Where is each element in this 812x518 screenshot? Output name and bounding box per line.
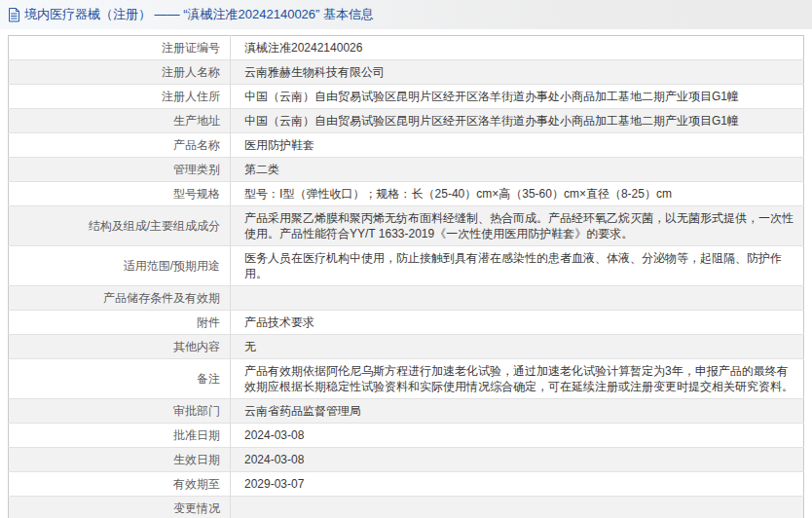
row-label-text: 产品名称 [173, 138, 220, 152]
row-value-text: 云南雅赫生物科技有限公司 [244, 65, 385, 79]
row-label-text: 变更情况 [173, 501, 220, 515]
row-label-text: 批准日期 [173, 428, 220, 442]
row-value: 2029-03-07 [231, 472, 804, 497]
row-value-text: 滇械注准20242140026 [244, 41, 362, 55]
table-row: 生产地址中国（云南）自由贸易试验区昆明片区经开区洛羊街道办事处小商品加工基地二期… [9, 109, 804, 133]
row-label: 注册证编号 [9, 36, 231, 60]
row-label: 审批部门 [9, 399, 231, 424]
row-value-text: 医用防护鞋套 [244, 138, 314, 152]
table-row: 变更情况 [9, 497, 804, 518]
table-row: 有效期至2029-03-07 [9, 472, 804, 497]
row-value-text: 2029-03-07 [244, 477, 304, 491]
row-value: 2024-03-08 [231, 424, 804, 448]
row-label: 变更情况 [9, 497, 231, 518]
row-label: 其他内容 [9, 335, 231, 359]
row-label-text: 注册证编号 [162, 41, 220, 55]
table-row: 结构及组成/主要组成成分产品采用聚乙烯膜和聚丙烯无纺布面料经缝制、热合而成。产品… [9, 206, 804, 246]
row-label-text: 注册人名称 [162, 65, 220, 79]
row-label-text: 注册人住所 [162, 90, 220, 103]
row-label-text: 产品储存条件及有效期 [103, 291, 220, 305]
row-value-text: 第二类 [244, 163, 279, 176]
page: 境内医疗器械（注册） —— “滇械注准20242140026” 基本信息 注册证… [0, 0, 812, 518]
table-row: 管理类别第二类 [9, 158, 804, 182]
row-label: 注册人住所 [9, 85, 231, 109]
table-row: 审批部门云南省药品监督管理局 [9, 399, 804, 424]
row-label: 备注 [9, 359, 231, 399]
row-label-text: 适用范围/预期用途 [124, 259, 220, 273]
row-value: 云南省药品监督管理局 [231, 399, 804, 424]
table-row: 生效日期2024-03-08 [9, 448, 804, 472]
table-row: 批准日期2024-03-08 [9, 424, 804, 448]
row-label: 批准日期 [9, 424, 231, 448]
row-label: 型号规格 [9, 182, 231, 206]
row-label: 管理类别 [9, 158, 231, 182]
row-value: 产品采用聚乙烯膜和聚丙烯无纺布面料经缝制、热合而成。产品经环氧乙烷灭菌，以无菌形… [231, 206, 804, 246]
table-row: 其他内容无 [9, 335, 804, 359]
row-value: 滇械注准20242140026 [231, 36, 804, 60]
row-value: 产品有效期依据阿伦尼乌斯方程进行加速老化试验，通过加速老化试验计算暂定为3年，申… [231, 359, 804, 399]
row-value-text: 医务人员在医疗机构中使用，防止接触到具有潜在感染性的患者血液、体液、分泌物等，起… [244, 251, 782, 280]
row-value-text: 中国（云南）自由贸易试验区昆明片区经开区洛羊街道办事处小商品加工基地二期产业项目… [244, 114, 739, 128]
row-label-text: 其他内容 [173, 340, 220, 353]
row-label-text: 审批部门 [173, 404, 220, 418]
row-label: 结构及组成/主要组成成分 [9, 206, 231, 246]
row-label: 产品名称 [9, 133, 231, 158]
registration-table-body: 注册证编号滇械注准20242140026注册人名称云南雅赫生物科技有限公司注册人… [9, 36, 804, 518]
row-label: 产品储存条件及有效期 [9, 286, 231, 311]
table-row: 注册人名称云南雅赫生物科技有限公司 [9, 60, 804, 85]
page-title: 境内医疗器械（注册） —— “滇械注准20242140026” 基本信息 [24, 6, 374, 23]
row-label: 注册人名称 [9, 60, 231, 85]
table-row: 产品储存条件及有效期 [9, 286, 804, 311]
row-value: 2024-03-08 [231, 448, 804, 472]
row-value: 无 [231, 335, 804, 359]
row-value-text: 型号：Ⅰ型（弹性收口）；规格：长（25-40）cm×高（35-60）cm×直径（… [244, 187, 672, 201]
row-value [231, 497, 804, 518]
row-label-text: 有效期至 [173, 477, 220, 491]
row-value: 医务人员在医疗机构中使用，防止接触到具有潜在感染性的患者血液、体液、分泌物等，起… [231, 246, 804, 286]
table-row: 备注产品有效期依据阿伦尼乌斯方程进行加速老化试验，通过加速老化试验计算暂定为3年… [9, 359, 804, 399]
row-label-text: 生产地址 [173, 114, 220, 128]
row-value-text: 产品技术要求 [244, 315, 314, 329]
table-row: 附件产品技术要求 [9, 311, 804, 335]
row-label-text: 结构及组成/主要组成成分 [89, 219, 220, 233]
row-value-text: 2024-03-08 [244, 428, 304, 442]
row-label-text: 备注 [197, 372, 220, 386]
row-label-text: 型号规格 [173, 187, 220, 201]
row-label: 有效期至 [9, 472, 231, 497]
row-value: 第二类 [231, 158, 804, 182]
row-value: 中国（云南）自由贸易试验区昆明片区经开区洛羊街道办事处小商品加工基地二期产业项目… [231, 109, 804, 133]
row-value: 医用防护鞋套 [231, 133, 804, 158]
row-value-text: 中国（云南）自由贸易试验区昆明片区经开区洛羊街道办事处小商品加工基地二期产业项目… [244, 90, 739, 103]
table-row: 适用范围/预期用途医务人员在医疗机构中使用，防止接触到具有潜在感染性的患者血液、… [9, 246, 804, 286]
table-row: 注册人住所中国（云南）自由贸易试验区昆明片区经开区洛羊街道办事处小商品加工基地二… [9, 85, 804, 109]
table-row: 注册证编号滇械注准20242140026 [9, 36, 804, 60]
row-value: 云南雅赫生物科技有限公司 [231, 60, 804, 85]
row-value-text: 2024-03-08 [244, 453, 304, 466]
row-value-text: 云南省药品监督管理局 [244, 404, 361, 418]
row-label-text: 管理类别 [173, 163, 220, 176]
table-row: 产品名称医用防护鞋套 [9, 133, 804, 158]
row-label-text: 生效日期 [173, 453, 220, 466]
row-value: 产品技术要求 [231, 311, 804, 335]
row-label: 生产地址 [9, 109, 231, 133]
document-icon [8, 8, 20, 22]
row-label: 适用范围/预期用途 [9, 246, 231, 286]
table-row: 型号规格型号：Ⅰ型（弹性收口）；规格：长（25-40）cm×高（35-60）cm… [9, 182, 804, 206]
row-value-text: 无 [244, 340, 256, 353]
row-value: 型号：Ⅰ型（弹性收口）；规格：长（25-40）cm×高（35-60）cm×直径（… [231, 182, 804, 206]
page-header: 境内医疗器械（注册） —— “滇械注准20242140026” 基本信息 [0, 0, 812, 29]
registration-info-table: 注册证编号滇械注准20242140026注册人名称云南雅赫生物科技有限公司注册人… [8, 35, 804, 518]
row-value-text: 产品有效期依据阿伦尼乌斯方程进行加速老化试验，通过加速老化试验计算暂定为3年，申… [244, 364, 794, 393]
row-value: 中国（云南）自由贸易试验区昆明片区经开区洛羊街道办事处小商品加工基地二期产业项目… [231, 85, 804, 109]
row-value-text: 产品采用聚乙烯膜和聚丙烯无纺布面料经缝制、热合而成。产品经环氧乙烷灭菌，以无菌形… [244, 211, 794, 240]
row-value [231, 286, 804, 311]
row-label: 生效日期 [9, 448, 231, 472]
row-label-text: 附件 [197, 315, 220, 329]
row-label: 附件 [9, 311, 231, 335]
